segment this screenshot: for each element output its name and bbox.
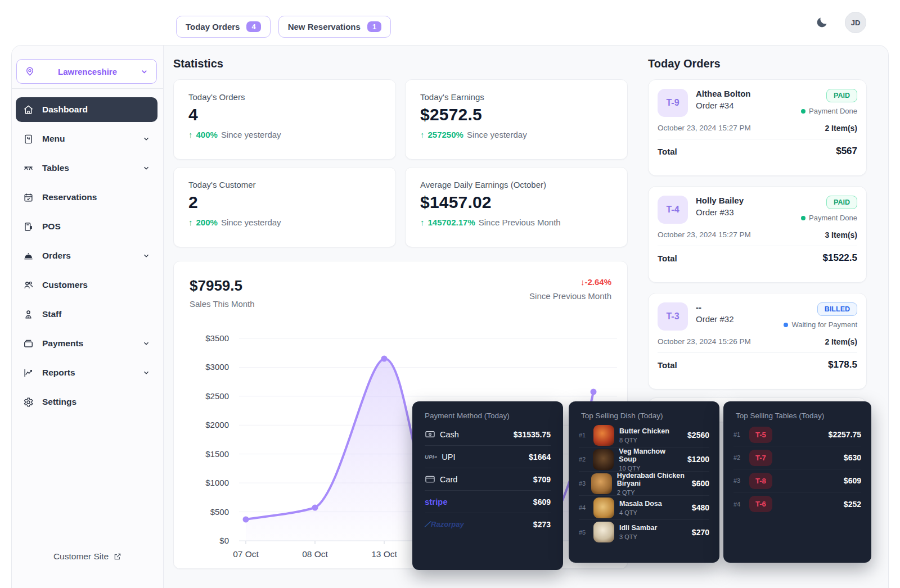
location-selector[interactable]: Lawrenceshire (16, 59, 157, 84)
order-card[interactable]: T-4 Holly Bailey Order #33 PAID Payment … (648, 186, 867, 283)
total-label: Total (658, 360, 677, 370)
avatar-initials: JD (851, 19, 861, 27)
menu-board-icon (23, 134, 34, 144)
dish-row: #1 Butter Chicken 8 QTY $2560 (579, 423, 709, 447)
status-badge: PAID (826, 196, 857, 209)
external-link-icon (113, 552, 122, 561)
status-badge: BILLED (817, 302, 857, 316)
sidebar-item-label: Reports (42, 368, 134, 378)
stat-value: $1457.02 (420, 193, 613, 212)
x-tick: 07 Oct (233, 549, 259, 559)
table-amount: $252 (844, 500, 861, 509)
wallet-icon (23, 338, 34, 349)
sidebar-item-menu[interactable]: Menu (16, 126, 158, 151)
sidebar-nav: Dashboard Menu Tables Rese (16, 97, 158, 419)
sidebar-item-label: Reservations (42, 192, 150, 202)
sidebar-item-payments[interactable]: Payments (16, 331, 158, 356)
sales-change-label: Since Previous Month (529, 291, 611, 301)
stat-change-suffix: Since Previous Month (479, 218, 561, 227)
sidebar-item-orders[interactable]: Orders (16, 243, 158, 268)
payment-amount: $609 (533, 497, 551, 506)
statistics-heading: Statistics (173, 57, 223, 70)
order-number: Order #34 (696, 101, 751, 110)
table-row: #1 T-5 $2257.75 (734, 423, 861, 446)
avatar[interactable]: JD (845, 12, 866, 33)
table-row: #4 T-6 $252 (734, 492, 861, 515)
dish-amount: $270 (692, 528, 709, 537)
stat-label: Today's Orders (188, 92, 381, 102)
customer-site-link[interactable]: Customer Site (12, 551, 164, 562)
dish-amount: $1200 (687, 455, 709, 464)
table-icon (23, 163, 34, 174)
sales-month-value: $7959.5 (190, 277, 255, 295)
customer-name: Althea Bolton (696, 89, 751, 98)
data-point (243, 517, 249, 523)
sales-change: -2.64% (584, 277, 611, 287)
chevron-down-icon (142, 340, 150, 347)
today-orders-button[interactable]: Today Orders 4 (176, 16, 271, 38)
y-tick: $0 (219, 536, 229, 545)
rank-label: #2 (579, 456, 588, 463)
order-datetime: October 23, 2024 15:26 PM (658, 337, 751, 346)
today-orders-button-label: Today Orders (186, 22, 240, 31)
order-card[interactable]: T-9 Althea Bolton Order #34 PAID Payment… (648, 79, 867, 176)
top-selling-tables-title: Top Selling Tables (Today) (723, 401, 871, 423)
stat-change: 400% (196, 130, 218, 139)
sidebar-item-reservations[interactable]: Reservations (16, 185, 158, 210)
dish-row: #5 Idli Sambar 3 QTY $270 (579, 520, 709, 544)
dish-photo (593, 449, 614, 470)
order-total: $1522.5 (823, 252, 857, 264)
status-dot (801, 109, 806, 114)
rank-label: #1 (579, 432, 588, 438)
payment-amount: $1664 (529, 453, 551, 462)
rank-label: #5 (579, 529, 588, 536)
data-point (381, 356, 388, 362)
table-badge: T-5 (749, 427, 772, 443)
new-reservations-button-label: New Reservations (288, 22, 361, 31)
x-tick: 08 Oct (302, 549, 328, 559)
stat-card-todays-customer: Today's Customer 2 ↑ 200% Since yesterda… (173, 167, 396, 247)
order-total: $178.5 (828, 359, 857, 370)
divider (658, 246, 857, 246)
pos-terminal-icon (23, 221, 34, 232)
sidebar-item-staff[interactable]: Staff (16, 302, 158, 327)
y-tick: $1500 (205, 449, 229, 459)
status-badge: PAID (826, 89, 857, 102)
top-selling-tables-panel: Top Selling Tables (Today) #1 T-5 $2257.… (723, 401, 871, 563)
payment-method-name: Cash (440, 430, 459, 439)
rank-label: #3 (579, 480, 586, 487)
dish-qty: 3 QTY (619, 533, 657, 540)
table-amount: $630 (844, 453, 861, 462)
sidebar-item-settings[interactable]: Settings (16, 390, 158, 414)
payment-amount: $273 (533, 520, 551, 529)
sales-month-label: Sales This Month (190, 299, 255, 309)
dish-qty: 2 QTY (617, 489, 687, 496)
upi-logo-icon: UPI» (425, 454, 437, 460)
gear-icon (23, 397, 34, 408)
payment-method-name: Card (440, 475, 457, 484)
sidebar-item-reports[interactable]: Reports (16, 360, 158, 385)
cash-icon (425, 429, 435, 440)
dish-photo (591, 473, 612, 494)
dish-row: #3 Hyderabadi Chicken Biryani 2 QTY $600 (579, 472, 709, 496)
status-note: Payment Done (809, 214, 857, 222)
payment-row: Cash $31535.75 (425, 423, 551, 446)
chevron-down-icon (140, 67, 148, 76)
up-arrow-icon: ↑ (420, 218, 425, 227)
sidebar-item-customers[interactable]: Customers (16, 273, 158, 297)
order-card[interactable]: T-3 -- Order #32 BILLED Waiting for Paym… (648, 293, 867, 390)
dish-amount: $600 (692, 479, 709, 488)
stat-card-todays-earnings: Today's Earnings $2572.5 ↑ 257250% Since… (405, 79, 628, 160)
chevron-down-icon (142, 369, 150, 377)
dark-mode-toggle[interactable] (813, 14, 830, 31)
sidebar-item-dashboard[interactable]: Dashboard (16, 97, 158, 122)
sidebar-item-pos[interactable]: POS (16, 214, 158, 239)
dish-photo (593, 497, 614, 518)
dish-qty: 8 QTY (619, 437, 669, 444)
sidebar-item-label: POS (42, 221, 150, 232)
sidebar-item-tables[interactable]: Tables (16, 156, 158, 180)
dish-row: #2 Veg Manchow Soup 10 QTY $1200 (579, 447, 709, 472)
dish-photo (593, 425, 614, 446)
new-reservations-button[interactable]: New Reservations 1 (278, 16, 391, 38)
today-orders-heading: Today Orders (648, 57, 721, 70)
